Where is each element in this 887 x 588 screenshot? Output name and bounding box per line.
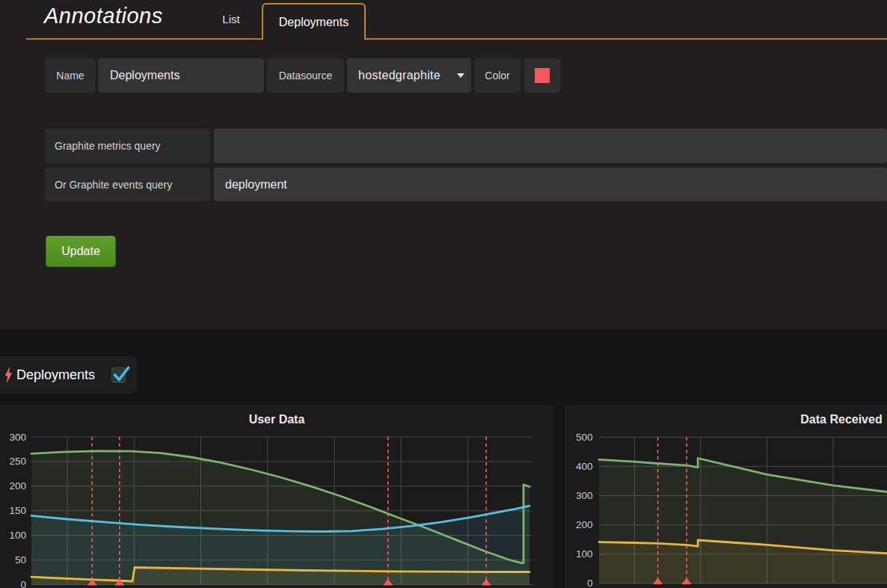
color-label: Color — [474, 58, 521, 93]
svg-text:150: 150 — [9, 505, 26, 516]
color-swatch — [535, 68, 550, 83]
svg-text:250: 250 — [9, 456, 26, 467]
svg-text:300: 300 — [9, 432, 26, 443]
bolt-icon — [4, 367, 13, 384]
metrics-query-input[interactable] — [214, 129, 887, 163]
annotation-toggle-checkbox[interactable] — [111, 367, 126, 383]
datasource-label: Datasource — [267, 58, 344, 93]
tab-underline — [26, 38, 887, 40]
svg-text:100: 100 — [9, 530, 26, 541]
name-label: Name — [45, 58, 96, 93]
svg-text:0: 0 — [587, 578, 593, 588]
events-query-label: Or Graphite events query — [45, 168, 210, 201]
panel-data-received: Data Received 0100200300400500 — [565, 405, 887, 588]
panel-user-data: User Data 050100150200250300 — [0, 405, 553, 588]
datasource-select[interactable]: hostedgraphite — [347, 58, 471, 93]
metrics-query-label: Graphite metrics query — [45, 129, 210, 163]
svg-text:500: 500 — [576, 432, 593, 443]
name-input[interactable]: Deployments — [98, 58, 264, 93]
svg-text:200: 200 — [576, 519, 593, 530]
checkmark-icon — [111, 366, 130, 384]
tab-deployments[interactable]: Deployments — [262, 3, 366, 40]
chart-data-received[interactable]: 0100200300400500 — [565, 405, 887, 588]
svg-text:0: 0 — [20, 579, 26, 588]
svg-text:400: 400 — [576, 461, 593, 472]
color-picker[interactable] — [524, 58, 560, 93]
svg-text:100: 100 — [576, 548, 593, 560]
events-query-input[interactable]: deployment — [214, 168, 887, 201]
svg-text:200: 200 — [9, 480, 26, 491]
grafana-annotations-page: Annotations List Deployments Name Deploy… — [0, 0, 887, 588]
page-title: Annotations — [44, 2, 163, 29]
chevron-down-icon — [457, 73, 464, 78]
annotations-editor-section: Annotations List Deployments Name Deploy… — [0, 0, 887, 329]
update-button[interactable]: Update — [46, 236, 116, 267]
tab-list[interactable]: List — [201, 0, 261, 38]
annotation-toggle-label: Deployments — [16, 367, 95, 383]
annotation-toggle[interactable]: Deployments — [0, 356, 137, 393]
svg-text:300: 300 — [576, 490, 593, 501]
svg-text:50: 50 — [15, 554, 26, 566]
chart-user-data[interactable]: 050100150200250300 — [0, 405, 553, 588]
datasource-value: hostedgraphite — [358, 69, 441, 82]
